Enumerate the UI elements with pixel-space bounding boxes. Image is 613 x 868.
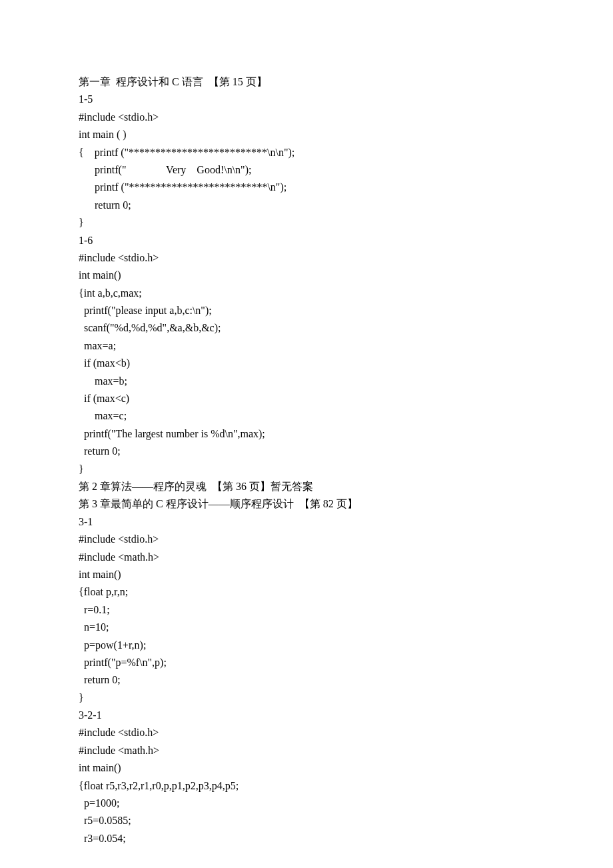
code-line: #include <stdio.h> <box>79 109 534 126</box>
code-line: int main ( ) <box>79 126 534 143</box>
code-line: int main() <box>79 759 534 777</box>
code-line: printf ("**************************\n"); <box>79 179 534 196</box>
code-line: #include <stdio.h> <box>79 249 534 267</box>
code-line: 3-2-1 <box>79 707 534 724</box>
code-line: {float r5,r3,r2,r1,r0,p,p1,p2,p3,p4,p5; <box>79 777 534 795</box>
code-line: printf("please input a,b,c:\n"); <box>79 302 534 319</box>
code-line: scanf("%d,%d,%d",&a,&b,&c); <box>79 319 534 337</box>
code-line: if (max<b) <box>79 355 534 372</box>
code-line: #include <stdio.h> <box>79 531 534 548</box>
code-line: 1-5 <box>79 91 534 108</box>
document-page: 第一章 程序设计和 C 语言 【第 15 页】1-5#include <stdi… <box>0 0 613 868</box>
code-line: } <box>79 461 534 478</box>
code-line: #include <math.h> <box>79 742 534 759</box>
code-line: max=a; <box>79 337 534 355</box>
code-line: r=0.1; <box>79 601 534 619</box>
code-line: int main() <box>79 267 534 284</box>
code-line: max=c; <box>79 407 534 425</box>
code-line: return 0; <box>79 443 534 460</box>
code-line: p=1000; <box>79 795 534 812</box>
code-line: 1-6 <box>79 232 534 249</box>
code-line: 第 2 章算法——程序的灵魂 【第 36 页】暂无答案 <box>79 478 534 495</box>
code-line: printf("p=%f\n",p); <box>79 654 534 671</box>
code-line: {int a,b,c,max; <box>79 285 534 302</box>
code-line: 第一章 程序设计和 C 语言 【第 15 页】 <box>79 73 534 91</box>
code-line: } <box>79 214 534 231</box>
code-line: 3-1 <box>79 513 534 531</box>
code-line: return 0; <box>79 197 534 214</box>
code-line: int main() <box>79 566 534 583</box>
code-line: {float p,r,n; <box>79 583 534 601</box>
code-line: 第 3 章最简单的 C 程序设计——顺序程序设计 【第 82 页】 <box>79 495 534 513</box>
code-line: n=10; <box>79 619 534 636</box>
code-line: r3=0.054; <box>79 830 534 847</box>
code-line: #include <stdio.h> <box>79 724 534 741</box>
code-line: printf(" Very Good!\n\n"); <box>79 161 534 179</box>
code-line: r5=0.0585; <box>79 812 534 829</box>
code-line: { printf ("**************************\n\… <box>79 144 534 161</box>
code-line: #include <math.h> <box>79 549 534 566</box>
code-line: p=pow(1+r,n); <box>79 637 534 654</box>
code-line: max=b; <box>79 373 534 390</box>
code-line: if (max<c) <box>79 390 534 407</box>
code-line: return 0; <box>79 671 534 689</box>
code-line: printf("The largest number is %d\n",max)… <box>79 425 534 443</box>
code-line: } <box>79 689 534 707</box>
